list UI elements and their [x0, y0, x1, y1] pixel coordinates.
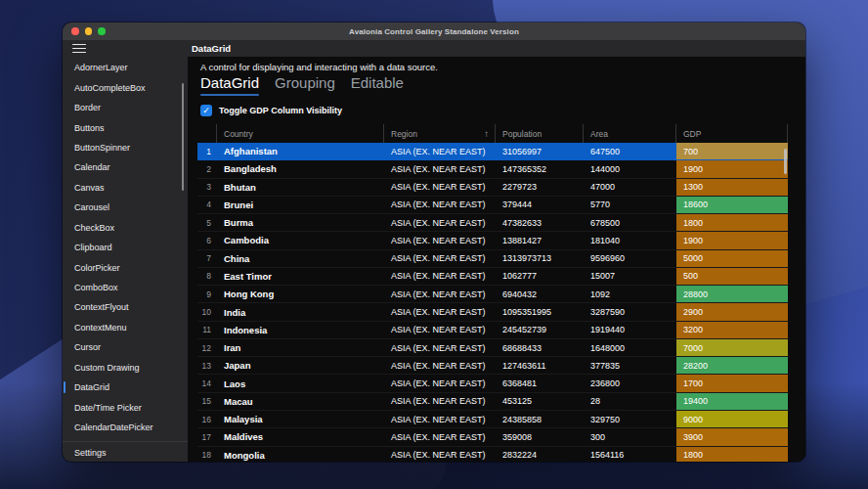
hamburger-menu-icon[interactable]	[72, 44, 86, 54]
sidebar-item-adornerlayer[interactable]: AdornerLayer	[63, 58, 188, 77]
sidebar-item-cursor[interactable]: Cursor	[63, 337, 188, 357]
sidebar-item-buttonspinner[interactable]: ButtonSpinner	[63, 138, 188, 157]
sidebar-item-colorpicker[interactable]: ColorPicker	[63, 257, 188, 277]
cell-country: Bangladesh	[217, 160, 384, 177]
cell-area: 236800	[584, 375, 676, 391]
table-row-indonesia[interactable]: 11IndonesiaASIA (EX. NEAR EAST)245452739…	[197, 322, 788, 339]
cell-region: ASIA (EX. NEAR EAST)	[384, 250, 496, 267]
app-header: DataGrid	[63, 40, 805, 57]
cell-population: 31056997	[496, 143, 584, 159]
table-row-japan[interactable]: 13JapanASIA (EX. NEAR EAST)1274636113778…	[197, 357, 788, 375]
column-header-country[interactable]: Country	[217, 124, 384, 143]
column-header-population[interactable]: Population	[496, 124, 584, 143]
cell-area: 329750	[584, 411, 676, 427]
table-row-hong-kong[interactable]: 9Hong KongASIA (EX. NEAR EAST)6940432109…	[197, 286, 788, 303]
cell-gdp: 28800	[676, 286, 788, 302]
tab-datagrid[interactable]: DataGrid	[200, 74, 259, 96]
cell-gdp: 2900	[676, 303, 788, 320]
table-row-brunei[interactable]: 4BruneiASIA (EX. NEAR EAST)3794445770186…	[197, 197, 788, 214]
sidebar-item-autocompletebox[interactable]: AutoCompleteBox	[63, 77, 188, 97]
sidebar: AdornerLayerAutoCompleteBoxBorderButtons…	[63, 57, 188, 462]
cell-country: India	[217, 303, 384, 320]
sidebar-item-border[interactable]: Border	[63, 98, 188, 117]
cell-area: 47000	[584, 179, 676, 196]
table-row-cambodia[interactable]: 6CambodiaASIA (EX. NEAR EAST)13881427181…	[197, 232, 788, 249]
column-header-area[interactable]: Area	[584, 124, 676, 143]
cell-row-number: 13	[197, 357, 217, 374]
maximize-button[interactable]	[98, 27, 106, 35]
traffic-lights	[63, 27, 106, 35]
cell-row-number: 10	[197, 303, 217, 320]
cell-gdp: 1900	[676, 160, 788, 177]
table-row-afghanistan[interactable]: 1AfghanistanASIA (EX. NEAR EAST)31056997…	[197, 143, 788, 160]
close-button[interactable]	[71, 27, 79, 35]
cell-country: China	[217, 250, 384, 267]
table-row-malaysia[interactable]: 16MalaysiaASIA (EX. NEAR EAST)2438585832…	[197, 411, 788, 428]
sidebar-item-calendardatepicker[interactable]: CalendarDatePicker	[63, 418, 188, 437]
sidebar-item-settings[interactable]: Settings	[63, 441, 188, 462]
column-header-gdp[interactable]: GDP	[676, 124, 788, 143]
table-row-east-timor[interactable]: 8East TimorASIA (EX. NEAR EAST)106277715…	[197, 268, 788, 286]
cell-row-number: 14	[197, 375, 217, 391]
cell-region: ASIA (EX. NEAR EAST)	[384, 143, 496, 159]
sidebar-item-contextmenu[interactable]: ContextMenu	[63, 318, 188, 337]
cell-country: East Timor	[217, 268, 384, 285]
cell-area: 9596960	[584, 250, 676, 267]
window-titlebar: Avalonia Control Gallery Standalone Vers…	[63, 22, 805, 40]
cell-population: 127463611	[496, 357, 584, 374]
table-row-iran[interactable]: 12IranASIA (EX. NEAR EAST)68688433164800…	[197, 339, 788, 357]
minimize-button[interactable]	[85, 27, 93, 35]
cell-area: 678500	[584, 214, 676, 231]
datagrid-body: 1AfghanistanASIA (EX. NEAR EAST)31056997…	[197, 143, 788, 462]
cell-population: 6940432	[496, 286, 584, 302]
sidebar-scrollbar-thumb[interactable]	[182, 83, 184, 191]
sidebar-item-date-time-picker[interactable]: Date/Time Picker	[63, 397, 188, 417]
cell-country: Hong Kong	[217, 286, 384, 302]
table-row-burma[interactable]: 5BurmaASIA (EX. NEAR EAST)47382633678500…	[197, 214, 788, 232]
sidebar-item-clipboard[interactable]: Clipboard	[63, 238, 188, 257]
cell-population: 1095351995	[496, 303, 584, 320]
sidebar-item-datagrid[interactable]: DataGrid	[63, 378, 188, 397]
table-row-maldives[interactable]: 17MaldivesASIA (EX. NEAR EAST)3590083003…	[197, 428, 788, 446]
sidebar-item-calendar[interactable]: Calendar	[63, 157, 188, 177]
cell-gdp: 1300	[676, 179, 788, 196]
cell-region: ASIA (EX. NEAR EAST)	[384, 232, 496, 248]
cell-region: ASIA (EX. NEAR EAST)	[384, 393, 496, 410]
cell-gdp: 1800	[676, 214, 788, 231]
cell-population: 24385858	[496, 411, 584, 427]
cell-country: Malaysia	[217, 411, 384, 427]
row-header-corner	[197, 124, 217, 143]
sidebar-item-custom-drawing[interactable]: Custom Drawing	[63, 358, 188, 378]
sidebar-item-carousel[interactable]: Carousel	[63, 198, 188, 217]
tab-grouping[interactable]: Grouping	[275, 74, 335, 96]
column-header-label: Region	[391, 129, 417, 139]
table-row-laos[interactable]: 14LaosASIA (EX. NEAR EAST)63684812368001…	[197, 375, 788, 392]
datagrid: CountryRegion↑PopulationAreaGDP 1Afghani…	[197, 124, 788, 462]
sidebar-item-checkbox[interactable]: CheckBox	[63, 218, 188, 238]
table-row-bangladesh[interactable]: 2BangladeshASIA (EX. NEAR EAST)147365352…	[197, 160, 788, 178]
cell-gdp: 19400	[676, 393, 788, 410]
table-row-india[interactable]: 10IndiaASIA (EX. NEAR EAST)1095351995328…	[197, 303, 788, 321]
sidebar-item-buttons[interactable]: Buttons	[63, 117, 188, 137]
sidebar-item-contextflyout[interactable]: ContextFlyout	[63, 297, 188, 317]
cell-country: Afghanistan	[217, 143, 384, 159]
cell-gdp: 1700	[676, 375, 788, 391]
datagrid-scrollbar-thumb[interactable]	[784, 149, 787, 174]
sidebar-item-combobox[interactable]: ComboBox	[63, 278, 188, 297]
table-row-mongolia[interactable]: 18MongoliaASIA (EX. NEAR EAST)2832224156…	[197, 447, 788, 462]
table-row-china[interactable]: 7ChinaASIA (EX. NEAR EAST)13139737139596…	[197, 250, 788, 268]
tab-editable[interactable]: Editable	[351, 74, 404, 96]
gdp-visibility-checkbox[interactable]: ✓	[200, 105, 212, 116]
table-row-macau[interactable]: 15MacauASIA (EX. NEAR EAST)4531252819400	[197, 393, 788, 411]
cell-area: 5770	[584, 197, 676, 213]
app-window: Avalonia Control Gallery Standalone Vers…	[63, 22, 805, 462]
cell-country: Burma	[217, 214, 384, 231]
table-row-bhutan[interactable]: 3BhutanASIA (EX. NEAR EAST)2279723470001…	[197, 179, 788, 197]
cell-row-number: 12	[197, 339, 217, 356]
sidebar-item-canvas[interactable]: Canvas	[63, 178, 188, 198]
cell-gdp: 3900	[676, 428, 788, 445]
cell-population: 453125	[496, 393, 584, 410]
cell-region: ASIA (EX. NEAR EAST)	[384, 375, 496, 391]
cell-country: Brunei	[217, 197, 384, 213]
column-header-region[interactable]: Region↑	[384, 124, 496, 143]
